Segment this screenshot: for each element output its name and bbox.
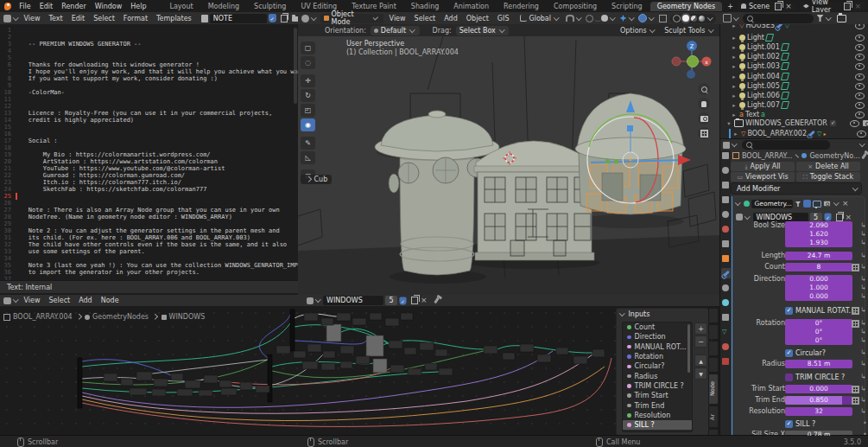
move-down-button[interactable]: ▼ bbox=[694, 367, 707, 380]
outliner-row[interactable]: ▸Light.003 bbox=[720, 61, 868, 71]
text-line[interactable]: 36 to import the generator in your other… bbox=[0, 269, 298, 276]
shading-material-icon[interactable] bbox=[691, 16, 697, 22]
workspace-tab-sculpting[interactable]: Sculpting bbox=[247, 2, 293, 11]
value-slider[interactable]: 2.090 bbox=[785, 221, 852, 230]
checkbox[interactable]: ✓ bbox=[785, 349, 793, 357]
edit-mode-display-icon[interactable] bbox=[795, 201, 800, 206]
outliner-filter-icon[interactable] bbox=[817, 15, 833, 22]
sidebar-tab-i[interactable]: I bbox=[708, 429, 719, 435]
input-item-count[interactable]: Count bbox=[623, 322, 692, 332]
text-line[interactable]: 15 bbox=[0, 124, 298, 131]
text-line[interactable]: 26 bbox=[0, 200, 298, 207]
shading-wireframe-icon[interactable] bbox=[673, 15, 681, 22]
outliner-item-name[interactable]: Light.006 bbox=[747, 92, 780, 99]
ortho-toggle-button[interactable] bbox=[698, 127, 710, 139]
collection-checkbox[interactable]: ✓ bbox=[830, 120, 836, 126]
sidebar-tab-blank[interactable] bbox=[708, 357, 719, 373]
copy-icon[interactable] bbox=[411, 297, 418, 304]
sidebar-tab-blank[interactable] bbox=[708, 341, 719, 356]
blender-logo-icon[interactable] bbox=[4, 3, 11, 10]
transform-tool[interactable]: ◉ bbox=[301, 118, 315, 131]
remove-input-button[interactable]: − bbox=[694, 335, 707, 348]
xray-toggle-icon[interactable] bbox=[659, 15, 667, 22]
unlink-icon[interactable]: × bbox=[420, 297, 428, 304]
outliner-row[interactable]: ▸▽BOOL_ARRAY.002▽▸ bbox=[720, 129, 868, 138]
input-item-direction[interactable]: Direction bbox=[623, 332, 692, 342]
text-menu-templates[interactable]: Templates bbox=[152, 15, 196, 22]
new-collection-icon[interactable] bbox=[837, 15, 846, 22]
options-dropdown[interactable]: Options bbox=[620, 27, 656, 35]
text-line[interactable]: 16 bbox=[0, 131, 298, 137]
field-checkbox-row[interactable]: ✓SILL ? bbox=[785, 419, 815, 428]
text-line[interactable]: 9 bbox=[0, 82, 298, 89]
close-icon[interactable]: × bbox=[784, 3, 793, 10]
text-menu-text[interactable]: Text bbox=[44, 15, 67, 22]
sidebar-tab-blank[interactable] bbox=[708, 308, 719, 323]
hide-eye-icon[interactable] bbox=[850, 120, 859, 127]
tab-world-icon[interactable] bbox=[722, 226, 729, 233]
outliner-row[interactable]: ▸Light.006 bbox=[720, 91, 868, 100]
input-item-radius[interactable]: Radius bbox=[623, 371, 692, 380]
pan-hand-button[interactable] bbox=[698, 98, 710, 110]
pin-icon[interactable] bbox=[861, 152, 866, 158]
menu-help[interactable]: Help bbox=[126, 3, 150, 10]
hide-eye-icon[interactable] bbox=[855, 93, 865, 99]
button-delete-all[interactable]: ×Delete All bbox=[796, 162, 860, 171]
mode-selector[interactable]: Object Mode bbox=[320, 14, 383, 23]
tab-texture-icon[interactable] bbox=[722, 358, 729, 365]
move-up-button[interactable]: ▲ bbox=[694, 354, 707, 367]
close-icon[interactable]: × bbox=[853, 3, 862, 10]
text-line[interactable]: 34 bbox=[0, 255, 298, 262]
workspace-tab-rendering[interactable]: Rendering bbox=[497, 2, 546, 11]
input-item-manual-rot-[interactable]: MANUAL ROT... bbox=[623, 342, 692, 352]
editor-type-viewport-icon[interactable] bbox=[301, 15, 318, 22]
realtime-display-icon[interactable] bbox=[803, 200, 811, 208]
shading-solid-icon[interactable] bbox=[682, 15, 689, 22]
scene-selector[interactable]: Scene × bbox=[738, 2, 796, 11]
editor-type-text-icon[interactable] bbox=[3, 15, 20, 22]
field-checkbox-row[interactable]: TRIM CIRCLE ? bbox=[785, 373, 845, 381]
sidebar-tab-blank[interactable] bbox=[708, 324, 719, 340]
button-viewport-vis[interactable]: ▭Viewport Vis bbox=[731, 172, 795, 182]
text-datablock-name[interactable]: NOTE bbox=[210, 14, 267, 23]
cursor-tool[interactable]: ◌ bbox=[301, 56, 315, 69]
disclosure-triangle-icon[interactable]: ▾ bbox=[725, 120, 732, 127]
outliner-item-name[interactable]: HOUSES bbox=[745, 24, 774, 29]
modifier-name-field[interactable]: Geometry... bbox=[751, 200, 793, 208]
node-editor-canvas[interactable]: BOOL_ARRAY.004 GeometryNodes WINDOWS Inp… bbox=[0, 306, 719, 435]
text-line[interactable]: 18 bbox=[0, 144, 298, 151]
hide-eye-icon[interactable] bbox=[855, 44, 865, 51]
measure-tool[interactable]: ◺ bbox=[301, 151, 315, 164]
rotate-tool[interactable]: ↻ bbox=[301, 89, 315, 102]
outliner-search-input[interactable] bbox=[743, 14, 814, 23]
tab-physics-icon[interactable] bbox=[722, 299, 729, 306]
disclosure-triangle-icon[interactable]: ▸ bbox=[731, 44, 738, 51]
text-line[interactable]: 20 ArtStation : https://www.artstation.c… bbox=[0, 158, 298, 165]
sidebar-tab-ar[interactable]: Ar bbox=[708, 405, 719, 428]
transform-orientation[interactable]: Global bbox=[520, 15, 560, 22]
value-slider[interactable]: 1.930 bbox=[785, 239, 852, 247]
panel-expand-icon[interactable] bbox=[619, 310, 624, 316]
text-line[interactable]: 32 The child have other controls even if… bbox=[0, 241, 298, 248]
value-slider[interactable]: 1.620 bbox=[785, 230, 852, 239]
tab-constraints-icon[interactable] bbox=[722, 314, 729, 321]
workspace-tab-compositing[interactable]: Compositing bbox=[547, 2, 604, 11]
breadcrumb-modifier[interactable]: GeometryNo... bbox=[809, 152, 859, 160]
text-line[interactable]: 35 Note 3 (last one yeah !) : You can us… bbox=[0, 262, 298, 269]
outliner-item-name[interactable]: Light.007 bbox=[747, 101, 780, 109]
outliner-row[interactable]: ▸Light.001 bbox=[720, 42, 868, 52]
outliner-item-name[interactable]: Text bbox=[745, 111, 759, 118]
render-display-icon[interactable] bbox=[823, 201, 829, 207]
button-apply-all[interactable]: ⤓Apply All bbox=[731, 162, 795, 171]
text-line[interactable]: 25 bbox=[0, 193, 298, 200]
node-menu-node[interactable]: Node bbox=[97, 297, 124, 304]
text-line[interactable]: 13 Licence : Royalty-Free (you can use i… bbox=[0, 110, 298, 117]
text-line[interactable]: 1 bbox=[0, 27, 298, 34]
disclosure-triangle-icon[interactable]: ▸ bbox=[731, 102, 738, 109]
tab-material-icon[interactable] bbox=[722, 343, 729, 350]
workspace-tab-layout[interactable]: Layout bbox=[162, 2, 200, 11]
orientation-dropdown[interactable]: Default bbox=[371, 26, 420, 35]
breadcrumb-object[interactable]: BOOL_ARRAY... bbox=[742, 152, 792, 160]
value-slider[interactable]: 0.000 bbox=[785, 275, 852, 284]
input-item-trim-circle-[interactable]: TRIM CIRCLE ? bbox=[623, 381, 692, 391]
